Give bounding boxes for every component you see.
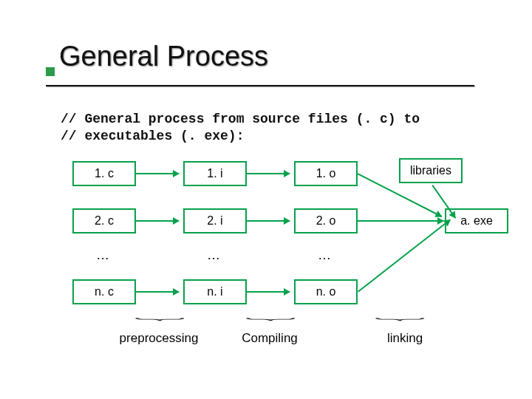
box-1-c: 1. c <box>72 161 136 186</box>
label-compiling: Compiling <box>233 331 307 346</box>
diagram-stage: 1. c 2. c … n. c 1. i 2. i … n. i 1. o 2… <box>0 0 532 399</box>
brace-compile: ⏟ <box>246 305 293 321</box>
dots-c: … <box>72 248 133 263</box>
arrow-c-i-1 <box>136 173 179 174</box>
box-n-i: n. i <box>183 279 247 304</box>
box-2-i: 2. i <box>183 208 247 233</box>
arrow-on-exe <box>358 219 451 293</box>
arrow-c-i-n <box>136 291 179 293</box>
label-preprocessing: preprocessing <box>115 331 203 346</box>
box-1-i: 1. i <box>183 161 247 186</box>
box-n-c: n. c <box>72 279 136 304</box>
box-2-o: 2. o <box>294 208 358 233</box>
arrow-c-i-2 <box>136 220 179 222</box>
box-n-o: n. o <box>294 279 358 304</box>
brace-pre: ⏟ <box>135 305 183 321</box>
arrow-i-o-2 <box>247 220 290 222</box>
box-1-o: 1. o <box>294 161 358 186</box>
label-linking: linking <box>375 331 434 346</box>
brace-link: ⏟ <box>375 305 423 321</box>
dots-o: … <box>294 248 355 263</box>
arrow-i-o-1 <box>247 173 290 174</box>
box-libraries: libraries <box>399 158 463 183</box>
dots-i: … <box>183 248 244 263</box>
arrow-o2-exe <box>358 220 443 222</box>
box-2-c: 2. c <box>72 208 136 233</box>
arrow-i-o-n <box>247 291 290 293</box>
